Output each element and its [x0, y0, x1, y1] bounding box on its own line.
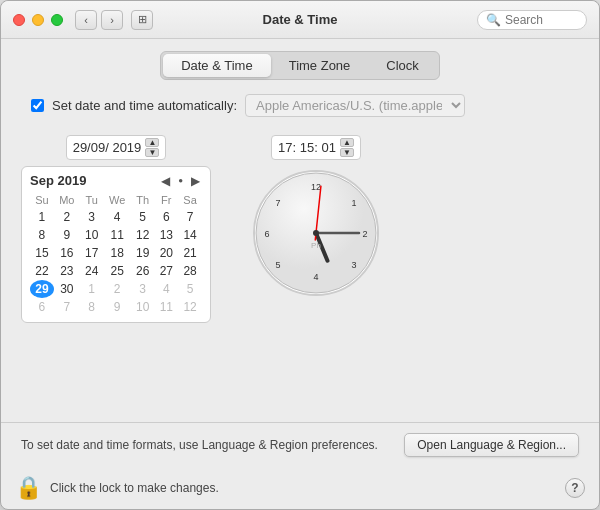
calendar-day[interactable]: 3 — [80, 208, 104, 226]
calendar-nav: ◀ ● ▶ — [159, 174, 202, 188]
back-button[interactable]: ‹ — [75, 10, 97, 30]
tab-bar: Date & Time Time Zone Clock — [21, 51, 579, 80]
calendar-day-header: We — [104, 192, 131, 208]
minimize-button[interactable] — [32, 14, 44, 26]
calendar-day[interactable]: 9 — [54, 226, 80, 244]
calendar-day[interactable]: 20 — [154, 244, 178, 262]
svg-text:1: 1 — [351, 198, 356, 208]
maximize-button[interactable] — [51, 14, 63, 26]
tab-date-time[interactable]: Date & Time — [163, 54, 271, 77]
traffic-lights — [13, 14, 63, 26]
grid-icon[interactable]: ⊞ — [131, 10, 153, 30]
calendar-day[interactable]: 7 — [178, 208, 202, 226]
calendar-day[interactable]: 2 — [54, 208, 80, 226]
analog-clock: 12 1 2 3 4 5 6 7 — [251, 168, 381, 298]
calendar-day[interactable]: 3 — [131, 280, 155, 298]
search-box[interactable]: 🔍 — [477, 10, 587, 30]
svg-text:2: 2 — [362, 229, 367, 239]
calendar-day[interactable]: 14 — [178, 226, 202, 244]
calendar-day[interactable]: 4 — [154, 280, 178, 298]
svg-text:7: 7 — [275, 198, 280, 208]
main-area: 29/09/ 2019 ▲ ▼ Sep 2019 ◀ ● ▶ — [21, 131, 579, 410]
cal-dot: ● — [176, 176, 185, 185]
search-input[interactable] — [505, 13, 585, 27]
calendar-day[interactable]: 15 — [30, 244, 54, 262]
server-select[interactable]: Apple Americas/U.S. (time.apple.com.) — [245, 94, 465, 117]
svg-text:3: 3 — [351, 260, 356, 270]
calendar-day[interactable]: 29 — [30, 280, 54, 298]
calendar-day[interactable]: 8 — [80, 298, 104, 316]
lock-icon[interactable]: 🔒 — [15, 475, 42, 501]
svg-text:Ph: Ph — [311, 241, 321, 250]
auto-time-checkbox[interactable] — [31, 99, 44, 112]
calendar-day[interactable]: 10 — [80, 226, 104, 244]
calendar-day[interactable]: 11 — [104, 226, 131, 244]
time-value: 17: 15: 01 — [278, 140, 336, 155]
lock-area: 🔒 Click the lock to make changes. — [15, 475, 219, 501]
date-value: 29/09/ 2019 — [73, 140, 142, 155]
tab-group: Date & Time Time Zone Clock — [160, 51, 440, 80]
calendar-day[interactable]: 11 — [154, 298, 178, 316]
calendar-day[interactable]: 1 — [30, 208, 54, 226]
calendar-day[interactable]: 19 — [131, 244, 155, 262]
calendar-day-header: Tu — [80, 192, 104, 208]
calendar-day[interactable]: 22 — [30, 262, 54, 280]
calendar-day[interactable]: 4 — [104, 208, 131, 226]
calendar-day[interactable]: 28 — [178, 262, 202, 280]
cal-next-btn[interactable]: ▶ — [189, 174, 202, 188]
calendar-day[interactable]: 25 — [104, 262, 131, 280]
calendar-day[interactable]: 16 — [54, 244, 80, 262]
right-panel: 17: 15: 01 ▲ ▼ — [251, 135, 381, 298]
tab-time-zone[interactable]: Time Zone — [271, 54, 369, 77]
calendar-day[interactable]: 23 — [54, 262, 80, 280]
date-stepper-down[interactable]: ▼ — [145, 148, 159, 157]
help-button[interactable]: ? — [565, 478, 585, 498]
date-stepper-up[interactable]: ▲ — [145, 138, 159, 147]
time-stepper-up[interactable]: ▲ — [340, 138, 354, 147]
date-input-row: 29/09/ 2019 ▲ ▼ — [66, 135, 167, 160]
forward-button[interactable]: › — [101, 10, 123, 30]
calendar-day[interactable]: 5 — [131, 208, 155, 226]
bottom-info-text: To set date and time formats, use Langua… — [21, 438, 394, 452]
left-panel: 29/09/ 2019 ▲ ▼ Sep 2019 ◀ ● ▶ — [21, 135, 211, 323]
time-stepper: ▲ ▼ — [340, 138, 354, 157]
svg-text:12: 12 — [311, 182, 321, 192]
svg-point-13 — [313, 230, 319, 236]
calendar-day[interactable]: 18 — [104, 244, 131, 262]
nav-buttons: ‹ › — [75, 10, 123, 30]
calendar-day[interactable]: 12 — [131, 226, 155, 244]
calendar-header: Sep 2019 ◀ ● ▶ — [30, 173, 202, 188]
calendar-day[interactable]: 9 — [104, 298, 131, 316]
time-stepper-down[interactable]: ▼ — [340, 148, 354, 157]
calendar-day-header: Fr — [154, 192, 178, 208]
calendar-day[interactable]: 2 — [104, 280, 131, 298]
calendar-body: 1234567891011121314151617181920212223242… — [30, 208, 202, 316]
calendar-day-header: Mo — [54, 192, 80, 208]
date-stepper: ▲ ▼ — [145, 138, 159, 157]
calendar-day[interactable]: 12 — [178, 298, 202, 316]
close-button[interactable] — [13, 14, 25, 26]
calendar-day[interactable]: 7 — [54, 298, 80, 316]
auto-time-label: Set date and time automatically: — [52, 98, 237, 113]
calendar-day[interactable]: 13 — [154, 226, 178, 244]
open-language-button[interactable]: Open Language & Region... — [404, 433, 579, 457]
calendar-day[interactable]: 6 — [154, 208, 178, 226]
cal-prev-btn[interactable]: ◀ — [159, 174, 172, 188]
calendar-day[interactable]: 6 — [30, 298, 54, 316]
time-input-row: 17: 15: 01 ▲ ▼ — [271, 135, 361, 160]
lock-text: Click the lock to make changes. — [50, 481, 219, 495]
calendar-day[interactable]: 1 — [80, 280, 104, 298]
calendar-day[interactable]: 27 — [154, 262, 178, 280]
search-icon: 🔍 — [486, 13, 501, 27]
calendar-day[interactable]: 5 — [178, 280, 202, 298]
calendar-day[interactable]: 24 — [80, 262, 104, 280]
calendar-day[interactable]: 26 — [131, 262, 155, 280]
tab-clock[interactable]: Clock — [368, 54, 437, 77]
svg-text:5: 5 — [275, 260, 280, 270]
calendar-day[interactable]: 8 — [30, 226, 54, 244]
calendar-grid: SuMoTuWeThFrSa 1234567891011121314151617… — [30, 192, 202, 316]
calendar-day[interactable]: 17 — [80, 244, 104, 262]
calendar-day[interactable]: 21 — [178, 244, 202, 262]
calendar-day[interactable]: 10 — [131, 298, 155, 316]
calendar-day[interactable]: 30 — [54, 280, 80, 298]
